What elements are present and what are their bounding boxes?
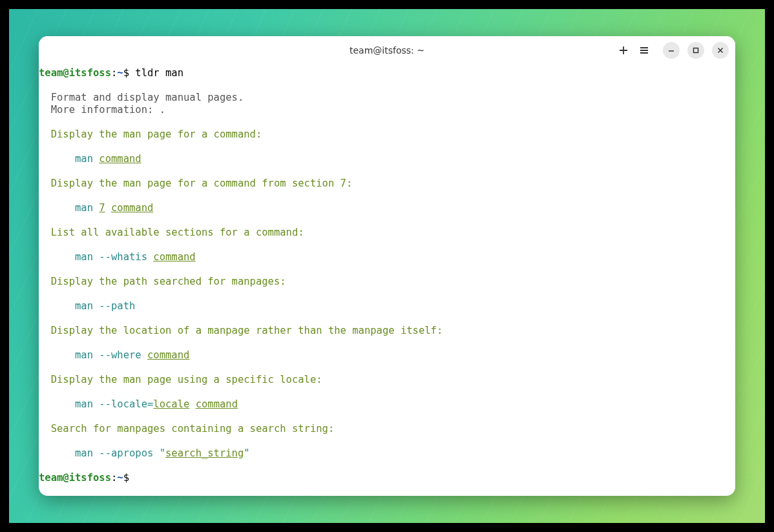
tldr-argument: command xyxy=(99,153,141,165)
tldr-command: man --locale= xyxy=(39,398,153,410)
prompt-path: ~ xyxy=(117,472,123,484)
tldr-command: man --whatis xyxy=(39,251,153,263)
tldr-description: Display the man page for a command from … xyxy=(39,178,352,189)
tldr-joiner xyxy=(105,202,111,214)
prompt-userhost: team@itsfoss xyxy=(39,472,111,484)
titlebar-controls xyxy=(618,42,729,59)
tldr-argument: command xyxy=(111,202,153,214)
tldr-command: man --where xyxy=(39,349,147,361)
prompt-symbol: $ xyxy=(123,67,136,79)
tldr-argument: command xyxy=(147,349,189,361)
tldr-argument: locale xyxy=(153,398,189,410)
close-button[interactable] xyxy=(712,42,729,59)
desktop-background: team@itsfoss: ~ xyxy=(9,9,765,523)
tldr-command: man xyxy=(39,202,99,214)
prompt-sep: : xyxy=(111,472,117,484)
tldr-joiner xyxy=(189,398,195,410)
minimize-button[interactable] xyxy=(663,42,680,59)
maximize-button[interactable] xyxy=(687,42,704,59)
new-tab-button[interactable] xyxy=(618,45,629,56)
prompt-path: ~ xyxy=(117,67,123,79)
window-title: team@itsfoss: ~ xyxy=(350,45,424,56)
tldr-header: More information: . xyxy=(39,104,165,116)
tldr-command: man --apropos " xyxy=(39,447,165,459)
tldr-description: List all available sections for a comman… xyxy=(39,227,304,238)
tldr-suffix: " xyxy=(244,447,249,459)
tldr-header: Format and display manual pages. xyxy=(39,92,244,103)
tldr-argument: search_string xyxy=(165,447,244,459)
terminal-window: team@itsfoss: ~ xyxy=(39,36,735,496)
window-titlebar[interactable]: team@itsfoss: ~ xyxy=(39,36,735,65)
tldr-command: man xyxy=(39,153,99,165)
prompt-sep: : xyxy=(111,67,117,79)
terminal-content[interactable]: team@itsfoss:~$ tldr man Format and disp… xyxy=(39,65,735,496)
tldr-argument: command xyxy=(196,398,238,410)
svg-rect-0 xyxy=(694,48,698,53)
tldr-description: Display the path searched for manpages: xyxy=(39,276,286,287)
tldr-description: Display the man page using a specific lo… xyxy=(39,374,322,385)
prompt-symbol: $ xyxy=(123,472,136,484)
tldr-description: Search for manpages containing a search … xyxy=(39,423,334,435)
tldr-description: Display the location of a manpage rather… xyxy=(39,325,443,336)
prompt-userhost: team@itsfoss xyxy=(39,67,111,79)
menu-button[interactable] xyxy=(638,45,650,56)
entered-command: tldr man xyxy=(135,67,183,79)
tldr-description: Display the man page for a command: xyxy=(39,128,262,140)
tldr-command: man --path xyxy=(39,300,135,312)
tldr-argument: 7 xyxy=(99,202,105,214)
tldr-argument: command xyxy=(153,251,195,263)
